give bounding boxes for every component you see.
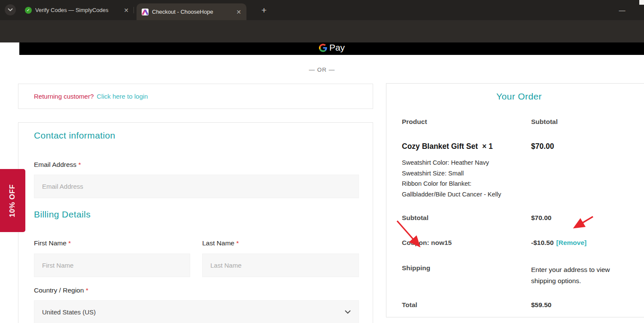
remove-coupon-link[interactable]: [Remove]	[556, 239, 587, 246]
new-tab-button[interactable]: +	[258, 4, 270, 16]
coupon-label: Coupon: now15	[402, 239, 452, 247]
country-selected-value: United States (US)	[42, 308, 96, 316]
simplycodes-favicon-icon: ✓	[25, 7, 32, 14]
window-control-fragment	[639, 0, 644, 5]
product-detail-line: Ribbon Color for Blanket:	[402, 178, 501, 189]
first-name-label: First Name *	[34, 239, 71, 247]
tab-choosehope[interactable]: Checkout - ChooseHope ✕	[137, 3, 246, 20]
subtotal-label: Subtotal	[402, 214, 428, 222]
order-title: Your Order	[386, 91, 644, 102]
chevron-down-icon	[8, 8, 13, 12]
billing-details-heading: Billing Details	[34, 209, 91, 220]
promo-badge-label: 10% OFF	[9, 184, 17, 217]
order-summary-box: Your Order Product Subtotal Cozy Blanket…	[386, 83, 644, 317]
or-divider: — OR —	[0, 66, 644, 73]
promo-badge[interactable]: 10% OFF	[0, 169, 25, 232]
shipping-label: Shipping	[402, 264, 430, 272]
email-label: Email Address *	[34, 161, 81, 169]
browser-toolbar: ← → choosehope.com/checkout/ ☆	[0, 20, 644, 42]
required-asterisk: *	[86, 287, 88, 294]
shipping-value: Enter your address to view shipping opti…	[531, 264, 631, 287]
page-content: Pay — OR — Returning customer? Click her…	[0, 42, 644, 323]
first-name-field[interactable]	[34, 254, 190, 277]
required-asterisk: *	[236, 239, 239, 247]
tab-close-icon[interactable]: ✕	[124, 7, 129, 14]
email-field[interactable]	[34, 175, 359, 198]
returning-customer-box: Returning customer? Click here to login	[18, 84, 373, 109]
tab-strip: ✓ Verify Codes — SimplyCodes ✕ Checkout …	[0, 0, 644, 20]
coupon-row-value: -$10.50[Remove]	[531, 239, 586, 247]
choosehope-favicon-icon	[142, 9, 149, 15]
subtotal-column-header: Subtotal	[531, 118, 558, 126]
product-detail-line: Sweatshirt Color: Heather Navy	[402, 157, 501, 168]
tab-simplycodes[interactable]: ✓ Verify Codes — SimplyCodes ✕	[22, 0, 131, 20]
login-link[interactable]: Click here to login	[97, 93, 148, 100]
product-detail-line: Sweatshirt Size: Small	[402, 168, 501, 179]
coupon-discount-value: -$10.50	[531, 239, 554, 246]
product-price: $70.00	[531, 142, 554, 151]
product-detail-line: Gallbladder/Bile Duct Cancer - Kelly	[402, 189, 501, 200]
total-value: $59.50	[531, 301, 551, 309]
last-name-label: Last Name *	[202, 239, 239, 247]
country-label: Country / Region *	[34, 287, 88, 294]
tab-title: Checkout - ChooseHope	[152, 9, 231, 15]
required-asterisk: *	[78, 161, 81, 168]
google-pay-logo-icon	[319, 43, 328, 52]
returning-customer-text: Returning customer?	[34, 93, 94, 100]
tab-separator	[134, 7, 134, 13]
product-details: Sweatshirt Color: Heather Navy Sweatshir…	[402, 157, 501, 199]
country-select[interactable]: United States (US)	[34, 300, 359, 323]
tab-close-icon[interactable]: ✕	[236, 9, 241, 15]
checkout-form-box: Contact information Email Address * Bill…	[18, 122, 373, 323]
minimize-button[interactable]: —	[616, 3, 629, 16]
subtotal-value: $70.00	[531, 214, 551, 222]
last-name-field[interactable]	[202, 254, 359, 277]
browser-window: ✓ Verify Codes — SimplyCodes ✕ Checkout …	[0, 0, 644, 323]
required-asterisk: *	[68, 239, 71, 247]
tab-search-button[interactable]	[5, 4, 16, 15]
google-pay-button[interactable]: Pay	[19, 42, 644, 55]
product-name: Cozy Blanket Gift Set× 1	[402, 142, 493, 151]
gpay-label: Pay	[329, 42, 345, 53]
chevron-down-icon	[345, 310, 351, 314]
product-quantity: × 1	[482, 142, 493, 151]
contact-information-heading: Contact information	[34, 130, 115, 141]
tab-title: Verify Codes — SimplyCodes	[35, 7, 118, 13]
total-label: Total	[402, 301, 417, 309]
product-column-header: Product	[402, 118, 427, 126]
